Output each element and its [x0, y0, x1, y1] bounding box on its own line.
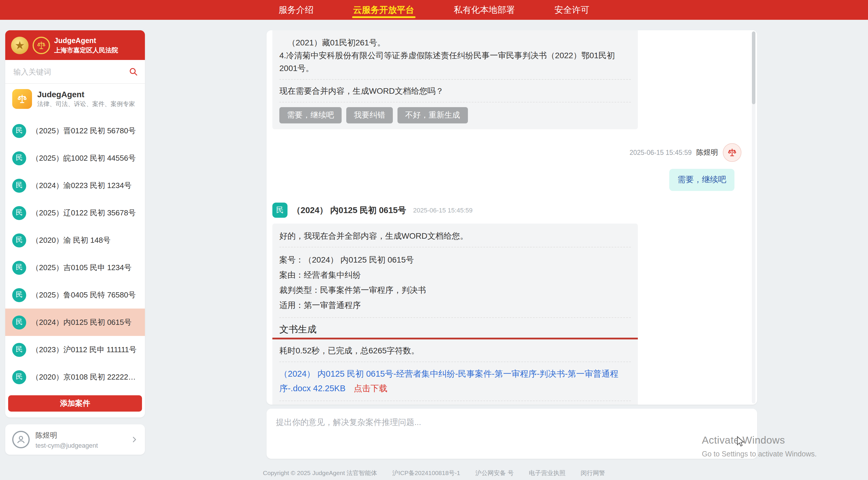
agent-text: JudegAgent 法律、司法、诉讼、案件、案例专家 — [37, 90, 135, 108]
doc-field-cause: 案由：经营者集中纠纷 — [279, 267, 631, 282]
civil-case-badge: 民 — [12, 342, 26, 357]
case-label: （2025）鲁0405 民特 76580号 — [31, 290, 135, 300]
chat-scroll-area: （2021）藏01民初261号。 4.冷清菊中安科股份有限公司等证券虚假陈述责任… — [272, 30, 743, 404]
file-row: （2024） 内0125 民初 0615号-经营者集中纠纷-民事案件-第一审程序… — [279, 367, 631, 396]
user-text: 陈煜明 test-cym@judgeagent — [35, 430, 98, 449]
scrollbar-thumb[interactable] — [752, 31, 755, 104]
brand-subtitle: 上海市嘉定区人民法院 — [54, 46, 118, 54]
brand-title: JudgeAgent — [54, 36, 118, 46]
civil-case-badge: 民 — [12, 261, 26, 274]
mouse-cursor-icon — [737, 436, 745, 448]
nav-item-security-license[interactable]: 安全许可 — [553, 0, 591, 20]
user-avatar-icon — [12, 431, 30, 448]
user-chat-avatar-icon — [723, 143, 741, 162]
footer-icp-link[interactable]: 沪ICP备2024100818号-1 — [392, 469, 460, 477]
generation-status: 耗时0.52秒，已完成，总6265字符数。 — [279, 344, 631, 357]
chevron-right-icon — [131, 436, 138, 443]
case-item[interactable]: 民（2025）皖1002 民初 44556号 — [5, 144, 145, 172]
user-card[interactable]: 陈煜明 test-cym@judgeagent — [5, 424, 145, 455]
doc-field-procedure: 适用：第一审普通程序 — [279, 298, 631, 312]
message-question: 现在需要合并内容，生成WORD文档给您吗？ — [279, 84, 631, 97]
case-label: （2020）京0108 民初 222222222... — [31, 372, 138, 382]
case-label: （2025）晋0122 民初 56780号 — [31, 125, 135, 136]
brand-text: JudgeAgent 上海市嘉定区人民法院 — [54, 36, 118, 54]
top-nav: 服务介绍 云服务开放平台 私有化本地部署 安全许可 — [0, 0, 868, 20]
agent-name: JudegAgent — [37, 90, 135, 99]
brand-header: JudgeAgent 上海市嘉定区人民法院 — [5, 30, 145, 60]
quick-reply-row: 需要，继续吧 我要纠错 不好，重新生成 — [279, 107, 631, 123]
user-email: test-cym@judgeagent — [35, 442, 98, 449]
message-intro: 好的，我现在合并全部内容，生成WORD文档给您。 — [279, 229, 631, 242]
red-divider — [272, 338, 638, 339]
dashed-divider — [279, 317, 631, 318]
document-file-link[interactable]: （2024） 内0125 民初 0615号-经营者集中纠纷-民事案件-第一审程序… — [279, 369, 618, 393]
assistant-message: 民 （2024） 内0125 民初 0615号 2025-06-15 15:45… — [272, 203, 743, 404]
search-input[interactable] — [12, 67, 129, 77]
case-number: （2024） 内0125 民初 0615号 — [292, 205, 406, 216]
doc-field-type: 裁判类型：民事案件第一审程序，判决书 — [279, 282, 631, 298]
assistant-message-header: 民 （2024） 内0125 民初 0615号 2025-06-15 15:45… — [272, 203, 743, 218]
quick-reply-regenerate-button[interactable]: 不好，重新生成 — [398, 107, 468, 123]
civil-case-badge: 民 — [12, 151, 26, 165]
case-label: （2025）辽0122 民初 35678号 — [31, 208, 135, 218]
dashed-divider — [279, 102, 631, 102]
app-window: 服务介绍 云服务开放平台 私有化本地部署 安全许可 JudgeAgent 上海市… — [0, 0, 868, 480]
case-item[interactable]: 民（2020）京0108 民初 222222222... — [5, 363, 145, 391]
section-title: 文书生成 — [279, 323, 631, 336]
agent-subtitle: 法律、司法、诉讼、案件、案例专家 — [37, 100, 135, 108]
case-label: （2024）渝0223 民初 1234号 — [31, 180, 131, 191]
user-message-meta: 2025-06-15 15:45:59 陈煜明 — [629, 143, 743, 162]
quick-reply-continue-button[interactable]: 需要，继续吧 — [279, 107, 342, 123]
chat-input-card — [267, 409, 757, 459]
case-label: （2024）内0125 民初 0615号 — [31, 317, 131, 327]
case-item[interactable]: 民（2025）晋0122 民初 56780号 — [5, 117, 145, 144]
page-footer: Copyright © 2025 JudgeAgent 法官智能体 沪ICP备2… — [0, 469, 868, 477]
search-icon[interactable] — [129, 67, 138, 76]
court-emblem-icon — [11, 36, 29, 54]
dashed-divider — [279, 400, 631, 401]
nav-item-service-intro[interactable]: 服务介绍 — [278, 0, 315, 20]
civil-case-badge: 民 — [12, 178, 26, 192]
sender-name: 陈煜明 — [696, 148, 718, 157]
dashed-divider — [279, 247, 631, 247]
civil-case-badge: 民 — [12, 233, 26, 247]
dashed-divider — [279, 362, 631, 362]
case-item[interactable]: 民（2025）辽0122 民初 35678号 — [5, 199, 145, 227]
add-case-button[interactable]: 添加案件 — [8, 395, 142, 412]
nav-item-cloud-platform[interactable]: 云服务开放平台 — [352, 0, 415, 20]
sidebar-main-card: JudgeAgent 上海市嘉定区人民法院 JudegAgent 法律、司法、诉… — [5, 30, 145, 417]
assistant-message-body: 好的，我现在合并全部内容，生成WORD文档给您。 案号：（2024） 内0125… — [272, 223, 638, 404]
case-item[interactable]: 民（2023）沪0112 民申 111111号 — [5, 336, 145, 363]
footer-copyright: Copyright © 2025 JudgeAgent 法官智能体 — [263, 469, 377, 477]
civil-case-badge: 民 — [12, 124, 26, 138]
case-item[interactable]: 民（2020）渝 民初 148号 — [5, 227, 145, 254]
case-item[interactable]: 民（2024）渝0223 民初 1234号 — [5, 172, 145, 199]
message-timestamp: 2025-06-15 15:45:59 — [629, 149, 692, 156]
case-label: （2023）沪0112 民申 111111号 — [31, 344, 136, 355]
user-message: 2025-06-15 15:45:59 陈煜明 需要，继续吧 — [272, 143, 743, 191]
footer-license-link[interactable]: 电子营业执照 — [529, 469, 565, 477]
dashed-divider — [279, 79, 631, 80]
civil-case-badge: 民 — [272, 203, 287, 218]
civil-case-badge: 民 — [12, 315, 26, 329]
assistant-message-top: （2021）藏01民初261号。 4.冷清菊中安科股份有限公司等证券虚假陈述责任… — [272, 30, 638, 129]
download-link[interactable]: 点击下载 — [353, 384, 387, 393]
quick-reply-correct-button[interactable]: 我要纠错 — [346, 107, 393, 123]
footer-police-link[interactable]: 沪公网安备 号 — [475, 469, 514, 477]
agent-scales-icon — [12, 89, 32, 109]
civil-case-badge: 民 — [12, 206, 26, 220]
case-item[interactable]: 民（2025）鲁0405 民特 76580号 — [5, 281, 145, 308]
case-label: （2020）渝 民初 148号 — [31, 235, 111, 245]
chat-panel: （2021）藏01民初261号。 4.冷清菊中安科股份有限公司等证券虚假陈述责任… — [267, 30, 757, 404]
case-item-selected[interactable]: 民（2024）内0125 民初 0615号 — [5, 308, 145, 336]
message-timestamp: 2025-06-15 15:45:59 — [413, 207, 472, 214]
civil-case-badge: 民 — [12, 288, 26, 302]
nav-item-private-deploy[interactable]: 私有化本地部署 — [453, 0, 516, 20]
agent-profile[interactable]: JudegAgent 法律、司法、诉讼、案件、案例专家 — [5, 84, 145, 115]
chat-input[interactable] — [267, 409, 757, 459]
footer-cyberpolice-link[interactable]: 闵行网警 — [581, 469, 605, 477]
civil-case-badge: 民 — [12, 370, 26, 384]
case-item[interactable]: 民（2025）吉0105 民申 1234号 — [5, 254, 145, 281]
search-bar — [5, 60, 145, 84]
user-chat-bubble: 需要，继续吧 — [669, 169, 735, 191]
